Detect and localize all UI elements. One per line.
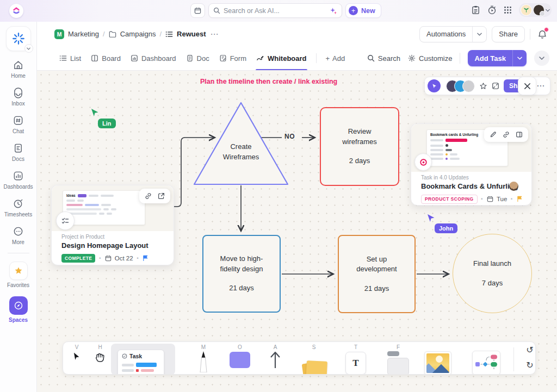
view-search-button[interactable]: Search	[367, 54, 400, 63]
collaborator-avatars[interactable]	[446, 80, 475, 92]
tool-pan-hand[interactable]: H	[90, 342, 110, 375]
tool-connector[interactable]: A	[265, 342, 285, 375]
close-icon	[524, 83, 531, 90]
clickup-logo-icon[interactable]	[9, 4, 23, 18]
undo-button[interactable]: ↺	[526, 344, 533, 356]
tab-dashboard[interactable]: Dashboard	[126, 46, 181, 70]
edit-pencil-icon[interactable]	[490, 131, 497, 138]
tab-board[interactable]: Board	[86, 46, 126, 70]
close-whiteboard-button[interactable]	[518, 77, 536, 95]
link-icon[interactable]	[503, 131, 510, 138]
tool-task-card[interactable]: Task	[111, 342, 175, 375]
status-badge[interactable]: COMPLETE	[61, 254, 95, 263]
plus-icon: +	[326, 54, 330, 63]
tool-template[interactable]	[471, 342, 502, 375]
calendar-button[interactable]	[190, 3, 205, 18]
notepad-icon[interactable]	[471, 5, 480, 15]
tab-label: List	[70, 54, 81, 63]
share-button[interactable]: Share	[492, 26, 525, 42]
task-card-bookmark-cards[interactable]: Bookmark cards & Unfurling	[411, 123, 532, 206]
tool-select-cursor[interactable]: V	[67, 342, 86, 375]
link-icon[interactable]	[145, 192, 152, 200]
shape-tool-icon	[230, 352, 250, 368]
due-date[interactable]: Tue	[497, 196, 507, 202]
task-title[interactable]: Design Homepage Layout	[61, 241, 167, 250]
priority-flag-icon[interactable]	[517, 196, 523, 202]
tool-text[interactable]: T T	[345, 342, 367, 375]
workspace-switcher[interactable]	[6, 26, 31, 51]
shape-high-fidelity[interactable]: Move to high-fidelity design 21 days	[202, 235, 281, 313]
tool-pen[interactable]: M	[194, 342, 213, 375]
new-button[interactable]: + New	[345, 3, 381, 18]
add-task-chevron[interactable]	[512, 50, 527, 66]
sidebar-item-spaces[interactable]: Spaces	[1, 293, 36, 327]
priority-flag-icon[interactable]	[143, 255, 148, 262]
follow-cursor-icon[interactable]	[428, 79, 441, 92]
tabbar-divider	[460, 53, 460, 64]
sidebar-item-home[interactable]: Home	[1, 55, 36, 83]
tab-doc[interactable]: Doc	[181, 46, 214, 70]
tool-sticky-note[interactable]: S	[301, 342, 326, 375]
shape-setup-development[interactable]: Set up development 21 days	[338, 235, 416, 313]
dashboard-tab-icon	[131, 54, 138, 62]
notifications-button[interactable]	[535, 27, 549, 41]
workspace-chevron-icon	[24, 44, 33, 53]
shape-final-launch[interactable]: Final launch 7 days	[453, 234, 532, 313]
chevron-down-icon	[546, 8, 550, 13]
expand-icon[interactable]	[492, 82, 499, 90]
sidebar: Home Inbox Chat	[0, 22, 37, 392]
tool-frame[interactable]: F	[386, 342, 410, 375]
task-card-body: Task in 4.0 Updates Bookmark Cards & Unf…	[421, 175, 525, 204]
sidebar-item-docs[interactable]: Docs	[1, 139, 36, 166]
automations-chevron[interactable]	[472, 27, 486, 42]
tab-whiteboard[interactable]: Whiteboard	[251, 46, 312, 70]
apps-grid-icon[interactable]	[504, 6, 512, 14]
docs-icon	[13, 142, 24, 154]
tab-add-view-button[interactable]: + Add	[321, 54, 350, 63]
breadcrumb-page[interactable]: Rewuest	[177, 30, 206, 38]
more-icon	[13, 226, 24, 237]
favorite-star-icon[interactable]	[479, 82, 487, 90]
sidebar-item-favorites[interactable]: Favorites	[1, 258, 36, 293]
account-switcher[interactable]	[519, 3, 552, 17]
sidebar-item-chat[interactable]: Chat	[1, 111, 36, 139]
breadcrumb-more-button[interactable]: ···	[211, 30, 219, 38]
calendar-icon	[105, 255, 112, 262]
shape-review-wireframes[interactable]: Review wireframes 2 days	[320, 107, 399, 186]
open-external-icon[interactable]	[158, 192, 165, 200]
tool-shape[interactable]: O	[229, 342, 251, 375]
whiteboard-more-button[interactable]: ···	[537, 82, 545, 90]
whiteboard-canvas[interactable]: Plan the timeline then create / link exi…	[37, 71, 557, 392]
columns-icon[interactable]	[516, 131, 523, 138]
whiteboard-tool-dock: V H Task	[63, 341, 536, 375]
sidebar-item-timesheets[interactable]: Timesheets	[1, 194, 36, 222]
tool-image[interactable]	[424, 342, 451, 375]
header-divider	[530, 29, 530, 40]
sidebar-item-more[interactable]: More	[1, 222, 36, 250]
sidebar-item-inbox[interactable]: Inbox	[1, 83, 36, 111]
breadcrumb-space[interactable]: Marketing	[68, 30, 99, 38]
assignee-avatar[interactable]	[509, 182, 518, 191]
status-badge[interactable]: PRODUCT SCOPING	[421, 195, 478, 204]
space-badge[interactable]: M	[54, 29, 64, 39]
search-input[interactable]: Search or Ask AI...	[208, 3, 342, 18]
collapse-toolbar-button[interactable]	[534, 51, 549, 66]
due-date[interactable]: Oct 22	[115, 255, 133, 262]
breadcrumb-folder[interactable]: Campaigns	[120, 30, 156, 38]
node-title: Move to high-fidelity design	[211, 254, 272, 274]
connector-no-label[interactable]: NO	[284, 133, 295, 140]
sticky-tool-icon	[301, 351, 326, 375]
sidebar-item-dashboards[interactable]: Dashboards	[1, 166, 36, 194]
timer-icon[interactable]	[487, 5, 497, 15]
breadcrumb-separator: /	[159, 30, 162, 38]
node-duration: 21 days	[364, 284, 389, 294]
automations-button[interactable]: Automations	[419, 26, 487, 42]
tab-form[interactable]: Form	[214, 46, 251, 70]
annotation-text[interactable]: Plan the timeline then create / link exi…	[200, 78, 337, 85]
redo-button[interactable]: ↻	[526, 359, 533, 371]
customize-button[interactable]: Customize	[408, 54, 452, 63]
task-card-design-homepage[interactable]: Ideas	[51, 185, 174, 265]
tab-list[interactable]: List	[54, 46, 86, 70]
add-task-button[interactable]: Add Task	[468, 50, 527, 66]
tab-label: Board	[102, 54, 121, 63]
